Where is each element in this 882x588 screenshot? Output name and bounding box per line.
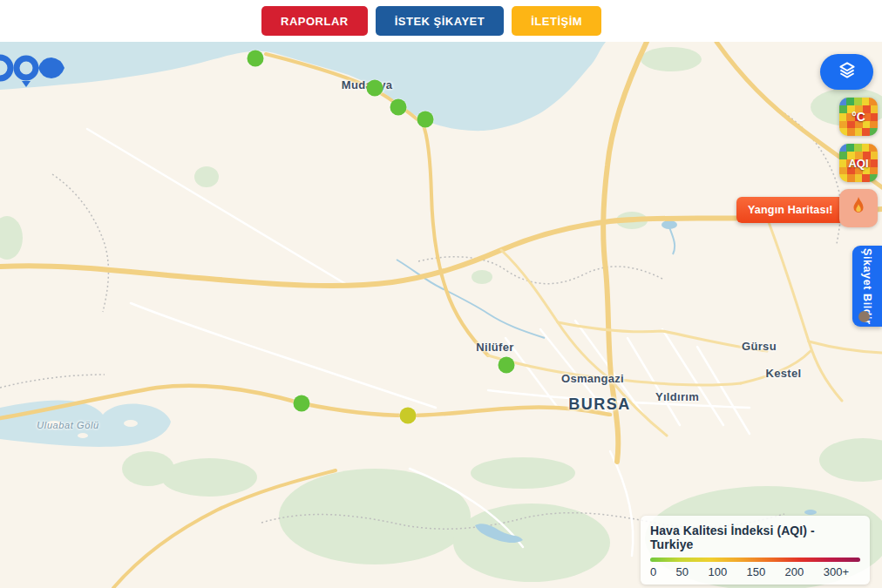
- map-label-bursa: BURSA: [568, 395, 631, 414]
- temperature-layer-label: °C: [851, 110, 865, 124]
- temperature-layer-button[interactable]: °C: [839, 98, 878, 136]
- aqi-marker-good[interactable]: [390, 99, 407, 116]
- complaint-tab-dot-icon: [858, 311, 870, 322]
- fire-map-tooltip: Yangın Haritası!: [736, 197, 845, 223]
- legend-tick: 150: [747, 565, 766, 578]
- legend-tick: 0: [650, 565, 656, 578]
- aqi-marker-good[interactable]: [294, 395, 310, 412]
- map-label-kestel: Kestel: [766, 367, 802, 380]
- raporlar-button[interactable]: RAPORLAR: [261, 6, 368, 36]
- eye-logo-icon: [0, 45, 70, 91]
- fire-map-button[interactable]: [839, 189, 878, 227]
- fire-icon: [849, 196, 868, 220]
- complaint-report-tab[interactable]: Şikayet Bildir: [852, 246, 882, 327]
- legend-tick: 200: [785, 565, 804, 578]
- layers-icon: [836, 59, 858, 85]
- aqi-legend: Hava Kalitesi İndeksi (AQI) - Turkiye 05…: [641, 516, 870, 585]
- fire-map-tooltip-label: Yangın Haritası!: [748, 204, 833, 216]
- aqi-marker-good[interactable]: [248, 51, 264, 67]
- map-canvas[interactable]: MudanyaNilüferOsmangaziBURSAYıldırımGürs…: [0, 42, 882, 588]
- map-label-gursu: Gürsu: [742, 340, 777, 353]
- map-label-nilufer: Nilüfer: [476, 341, 513, 354]
- top-navigation-bar: RAPORLARİSTEK ŞİKAYETİLETİŞİM: [0, 0, 882, 42]
- legend-tick: 100: [708, 565, 727, 578]
- layers-button[interactable]: [820, 54, 873, 90]
- map-label-uluabat-golu: Uluabat Gölü: [37, 420, 98, 430]
- app-window: MudanyaNilüferOsmangaziBURSAYıldırımGürs…: [0, 0, 882, 588]
- aqi-marker-good[interactable]: [367, 80, 383, 97]
- map-label-osmangazi: Osmangazi: [561, 372, 624, 385]
- aqi-marker-moderate[interactable]: [400, 408, 417, 424]
- aqi-marker-good[interactable]: [417, 112, 434, 128]
- map-basemap: [0, 42, 882, 588]
- istek-sikayet-button[interactable]: İSTEK ŞİKAYET: [376, 6, 505, 36]
- legend-gradient-bar: [650, 558, 860, 562]
- aqi-layer-label: AQI: [848, 157, 868, 170]
- aqi-marker-good[interactable]: [499, 357, 515, 374]
- legend-tick: 50: [676, 565, 689, 578]
- map-label-yildirim: Yıldırım: [655, 390, 699, 403]
- aqi-legend-title: Hava Kalitesi İndeksi (AQI) - Turkiye: [650, 524, 860, 551]
- header-buttons: RAPORLARİSTEK ŞİKAYETİLETİŞİM: [261, 6, 601, 36]
- aqi-layer-button[interactable]: AQI: [839, 144, 878, 182]
- legend-tick: 300+: [824, 565, 849, 578]
- legend-ticks: 050100150200300+: [650, 565, 849, 578]
- iletisim-button[interactable]: İLETİŞİM: [512, 6, 601, 36]
- app-logo: [0, 45, 70, 94]
